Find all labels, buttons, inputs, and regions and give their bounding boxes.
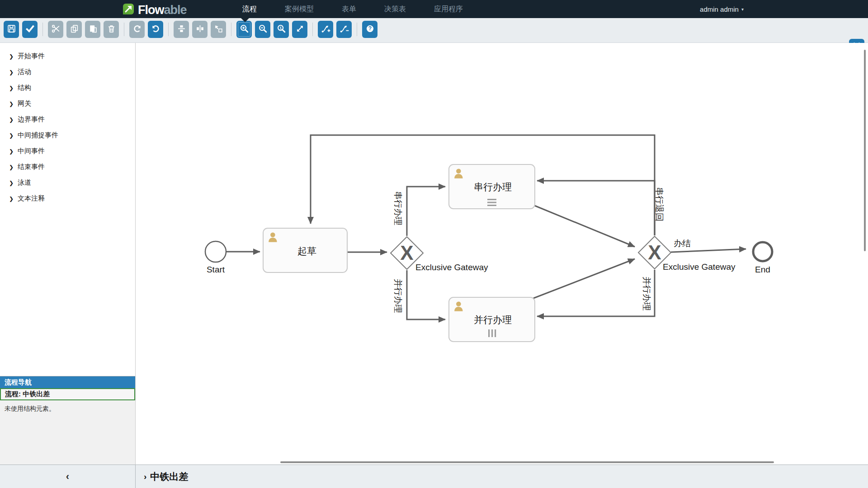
palette-group-8[interactable]: ❯结束事件 — [0, 159, 135, 175]
chevron-right-icon: ❯ — [9, 132, 14, 139]
remove-bendpoint-button[interactable] — [336, 21, 352, 38]
user-menu[interactable]: admin admin ▾ — [700, 0, 744, 18]
process-navigator-body: 未使用结构元素。 — [0, 400, 135, 465]
toolbar-separator — [168, 23, 169, 36]
align-horizontal-button[interactable] — [192, 21, 208, 38]
sequence-flow-parallel-return[interactable] — [537, 270, 655, 316]
canvas-horizontal-scrollbar[interactable] — [280, 461, 774, 463]
chevron-right-icon: ❯ — [9, 164, 14, 170]
palette-group-label: 中间捕捉事件 — [18, 131, 58, 140]
help-button[interactable]: ? — [362, 21, 377, 38]
sequence-flow-gateway1-parallel[interactable] — [407, 270, 445, 319]
same-size-icon — [214, 24, 223, 35]
edge-label-serial-return: 串行退回 — [655, 187, 664, 221]
zoom-fit-button[interactable] — [292, 21, 307, 38]
add-bendpoint-button[interactable] — [318, 21, 333, 38]
sequence-flow-serial-gateway2[interactable] — [533, 205, 635, 247]
palette-group-5[interactable]: ❯边界事件 — [0, 112, 135, 127]
align-vertical-icon — [177, 24, 186, 35]
exclusive-gateway-1-label: Exclusive Gateway — [415, 263, 488, 272]
nav-item-2[interactable]: 案例模型 — [285, 5, 314, 14]
palette-group-label: 网关 — [18, 99, 31, 108]
delete-icon — [107, 24, 116, 35]
toolbar-separator — [124, 23, 124, 36]
zoom-in-button[interactable] — [236, 21, 252, 38]
chevron-right-icon: › — [144, 472, 146, 482]
palette-group-3[interactable]: ❯结构 — [0, 80, 135, 96]
palette-group-label: 边界事件 — [18, 115, 45, 124]
align-vertical-button[interactable] — [174, 21, 189, 38]
exclusive-gateway-2-label: Exclusive Gateway — [663, 262, 736, 272]
nav-item-3[interactable]: 表单 — [342, 5, 356, 14]
toolbar-separator — [357, 23, 357, 36]
zoom-actual-button[interactable]: 1 — [274, 21, 289, 38]
user-task-parallel[interactable]: 并行办理 — [449, 297, 535, 342]
collapse-sidebar-button[interactable]: ‹ — [0, 465, 136, 488]
chevron-down-icon: ▾ — [741, 7, 744, 12]
palette-group-6[interactable]: ❯中间捕捉事件 — [0, 127, 135, 143]
edge-label-serial: 串行办理 — [393, 191, 403, 225]
undo-button[interactable] — [148, 21, 163, 38]
chevron-right-icon: ❯ — [9, 101, 14, 107]
shape-palette-sidebar: ❯开始事件❯活动❯结构❯网关❯边界事件❯中间捕捉事件❯中间事件❯结束事件❯泳道❯… — [0, 43, 136, 465]
nav-item-5[interactable]: 应用程序 — [434, 5, 463, 14]
nav-item-1[interactable]: 流程 — [242, 5, 257, 14]
user-task-draft[interactable]: 起草 — [263, 228, 347, 272]
chevron-right-icon: ❯ — [9, 117, 14, 123]
main-menu: 流程案例模型表单决策表应用程序 — [228, 0, 477, 18]
chevron-right-icon: ❯ — [9, 69, 14, 75]
redo-button[interactable] — [129, 21, 145, 38]
sequence-flow-serial-return[interactable] — [537, 181, 655, 235]
sequence-flow-gateway2-end[interactable] — [671, 249, 746, 252]
bpmn-canvas[interactable]: 串行办理 并行办理 串行退回 并行办理 办结 Start 起草 X Exclus… — [136, 43, 868, 465]
copy-button[interactable] — [66, 21, 82, 38]
chevron-right-icon: ❯ — [9, 196, 14, 202]
process-navigator-panel: 流程导航 流程: 中铁出差 未使用结构元素。 — [0, 376, 135, 465]
canvas-vertical-scrollbar[interactable] — [864, 50, 866, 251]
save-button[interactable] — [4, 21, 19, 38]
flowable-wordmark: Flowable — [138, 3, 187, 17]
validate-button[interactable] — [22, 21, 38, 38]
user-task-serial[interactable]: 串行办理 — [449, 164, 535, 209]
user-task-parallel-label: 并行办理 — [474, 314, 512, 325]
zoom-out-button[interactable] — [255, 21, 270, 38]
palette-group-7[interactable]: ❯中间事件 — [0, 143, 135, 159]
palette-group-2[interactable]: ❯活动 — [0, 64, 135, 80]
palette-group-10[interactable]: ❯文本注释 — [0, 191, 135, 206]
palette-group-label: 活动 — [18, 68, 31, 76]
paste-button[interactable] — [85, 21, 100, 38]
end-event[interactable] — [753, 242, 772, 261]
editor-toolbar: 1? — [0, 18, 868, 43]
nav-item-4[interactable]: 决策表 — [384, 5, 406, 14]
flowable-logo-icon — [122, 3, 135, 17]
undo-icon — [151, 24, 160, 35]
zoom-actual-icon: 1 — [277, 24, 286, 35]
sequence-flow-gateway1-serial[interactable] — [407, 187, 445, 236]
flowable-logo[interactable]: Flowable — [122, 3, 187, 17]
exclusive-gateway-x-icon: X — [400, 242, 413, 264]
palette-group-label: 开始事件 — [18, 52, 45, 61]
palette-group-4[interactable]: ❯网关 — [0, 96, 135, 112]
model-breadcrumb[interactable]: › 中铁出差 — [144, 465, 188, 488]
cut-button[interactable] — [48, 21, 63, 38]
same-size-button[interactable] — [211, 21, 226, 38]
sequence-flow-parallel-gateway2[interactable] — [533, 259, 635, 298]
delete-button[interactable] — [104, 21, 119, 38]
top-navbar: Flowable 流程案例模型表单决策表应用程序 admin admin ▾ — [0, 0, 868, 18]
help-icon: ? — [365, 24, 375, 35]
chevron-left-icon: ‹ — [66, 471, 69, 483]
palette-group-1[interactable]: ❯开始事件 — [0, 48, 135, 64]
add-bendpoint-icon — [321, 24, 330, 35]
sequential-multi-instance-icon — [487, 199, 496, 206]
flowable-modeler-app: Flowable 流程案例模型表单决策表应用程序 admin admin ▾ 1… — [0, 0, 868, 488]
palette-group-9[interactable]: ❯泳道 — [0, 175, 135, 191]
zoom-out-icon — [258, 24, 268, 35]
start-event[interactable] — [205, 241, 226, 262]
svg-text:?: ? — [368, 25, 371, 32]
process-navigator-current[interactable]: 流程: 中铁出差 — [0, 388, 135, 400]
cut-icon — [51, 24, 61, 35]
align-horizontal-icon — [195, 24, 205, 35]
user-task-draft-label: 起草 — [297, 246, 316, 256]
toolbar-button-row: 1? — [4, 21, 381, 38]
end-event-label: End — [755, 265, 770, 274]
